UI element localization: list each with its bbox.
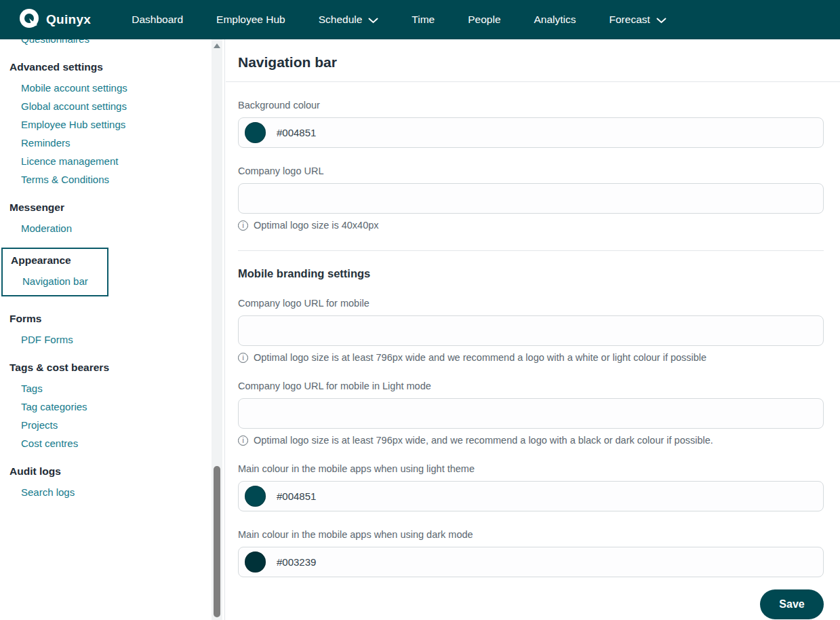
colour-swatch[interactable] [245, 551, 266, 573]
background-colour-label: Background colour [238, 99, 824, 111]
sidebar-item-questionnaires[interactable]: Questionnaires [21, 39, 204, 45]
nav-item-employee-hub[interactable]: Employee Hub [216, 14, 285, 26]
chevron-down-icon [368, 18, 378, 24]
scrollbar-thumb[interactable] [214, 466, 220, 617]
logo-mobile-label: Company logo URL for mobile [238, 297, 824, 309]
logo-mobile-hint: Optimal logo size is at least 796px wide… [238, 352, 824, 363]
hint-text: Optimal logo size is 40x40px [254, 220, 379, 231]
nav-item-label: Schedule [319, 14, 363, 26]
colour-value: #004851 [277, 490, 316, 502]
sidebar-item-tag-categories[interactable]: Tag categories [21, 401, 204, 412]
chevron-down-icon [656, 18, 666, 24]
company-logo-url-label: Company logo URL [238, 165, 824, 177]
quinyx-logo-icon [19, 8, 39, 31]
sidebar-item-projects[interactable]: Projects [21, 419, 204, 431]
logo-mobile-light-hint: Optimal logo size is at least 796px wide… [238, 435, 824, 446]
sidebar-scrollbar[interactable] [212, 39, 222, 620]
info-icon [238, 220, 248, 231]
sidebar-item-moderation[interactable]: Moderation [21, 222, 204, 234]
nav-item-label: Employee Hub [216, 14, 285, 26]
nav-item-people[interactable]: People [468, 14, 500, 26]
sidebar-heading-appearance: Appearance [11, 254, 107, 267]
colour-value: #003239 [277, 556, 316, 568]
sidebar-heading-tags-cost-bearers: Tags & cost bearers [9, 362, 204, 374]
sidebar-item-mobile-account-settings[interactable]: Mobile account settings [21, 82, 204, 94]
brand-name: Quinyx [46, 12, 91, 27]
colour-value: #004851 [277, 127, 316, 138]
hint-text: Optimal logo size is at least 796px wide… [254, 435, 713, 446]
title-divider [226, 81, 840, 82]
scroll-up-icon[interactable] [214, 43, 220, 48]
colour-swatch[interactable] [245, 486, 266, 507]
sidebar-item-navigation-bar[interactable]: Navigation bar [22, 275, 107, 287]
hint-text: Optimal logo size is at least 796px wide… [254, 352, 706, 363]
sidebar-item-cost-centres[interactable]: Cost centres [21, 438, 204, 449]
sidebar-item-tags[interactable]: Tags [21, 383, 204, 394]
sidebar-heading-messenger: Messenger [9, 201, 204, 214]
company-logo-url-input[interactable] [238, 183, 824, 214]
main-colour-light-label: Main colour in the mobile apps when usin… [238, 463, 824, 475]
page-title: Navigation bar [238, 54, 824, 71]
info-icon [238, 353, 248, 363]
mobile-branding-heading: Mobile branding settings [238, 267, 824, 280]
navigation-bar-settings-panel: Navigation bar Background colour #004851… [226, 39, 840, 620]
nav-item-analytics[interactable]: Analytics [534, 14, 576, 26]
sidebar-item-employee-hub-settings[interactable]: Employee Hub settings [21, 119, 204, 130]
company-logo-url-hint: Optimal logo size is 40x40px [238, 220, 824, 231]
nav-item-label: Forecast [609, 14, 650, 26]
nav-item-schedule[interactable]: Schedule [319, 14, 379, 26]
main-colour-dark-input[interactable]: #003239 [238, 547, 824, 577]
sidebar-item-licence-management[interactable]: Licence management [21, 155, 204, 167]
top-nav-menu: Dashboard Employee Hub Schedule Time Peo… [132, 14, 666, 26]
section-divider [238, 250, 824, 251]
main-colour-dark-label: Main colour in the mobile apps when usin… [238, 528, 824, 541]
sidebar-heading-audit-logs: Audit logs [9, 465, 204, 478]
top-navigation-bar: Quinyx Dashboard Employee Hub Schedule T… [0, 0, 840, 39]
nav-item-label: Analytics [534, 14, 576, 26]
nav-item-dashboard[interactable]: Dashboard [132, 14, 183, 26]
save-button[interactable]: Save [760, 589, 824, 619]
nav-item-label: Dashboard [132, 14, 183, 26]
nav-item-time[interactable]: Time [412, 14, 435, 26]
settings-sidebar: Questionnaires Advanced settings Mobile … [0, 39, 225, 620]
brand[interactable]: Quinyx [19, 8, 91, 31]
sidebar-item-global-account-settings[interactable]: Global account settings [21, 100, 204, 112]
sidebar-heading-forms: Forms [9, 313, 204, 325]
background-colour-input[interactable]: #004851 [238, 117, 824, 148]
nav-item-forecast[interactable]: Forecast [609, 14, 666, 26]
sidebar-item-reminders[interactable]: Reminders [21, 137, 204, 149]
sidebar-heading-advanced-settings: Advanced settings [9, 61, 204, 73]
nav-item-label: People [468, 14, 500, 26]
nav-item-label: Time [412, 14, 435, 26]
logo-mobile-light-label: Company logo URL for mobile in Light mod… [238, 380, 824, 392]
sidebar-selected-section-box: Appearance Navigation bar [1, 248, 108, 296]
logo-mobile-light-input[interactable] [238, 398, 824, 429]
colour-swatch[interactable] [245, 122, 266, 143]
sidebar-item-terms-conditions[interactable]: Terms & Conditions [21, 174, 204, 185]
sidebar-item-pdf-forms[interactable]: PDF Forms [21, 334, 204, 345]
main-colour-light-input[interactable]: #004851 [238, 481, 824, 511]
sidebar-item-search-logs[interactable]: Search logs [21, 486, 204, 498]
info-icon [238, 435, 248, 446]
logo-mobile-input[interactable] [238, 315, 824, 346]
